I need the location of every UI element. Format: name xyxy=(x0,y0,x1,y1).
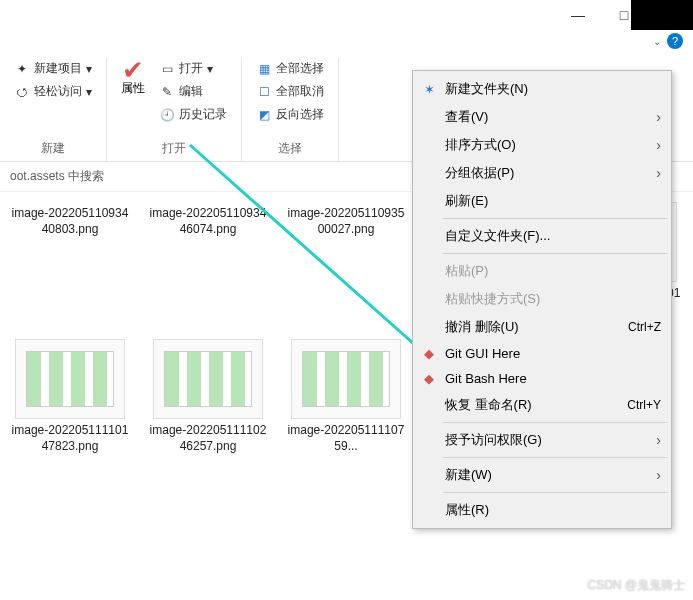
thumbnail xyxy=(153,339,263,419)
minimize-button[interactable]: — xyxy=(555,0,601,30)
ribbon-group-new: ✦新建项目 ▾ ⭯轻松访问 ▾ 新建 xyxy=(0,58,107,161)
history-icon: 🕘 xyxy=(159,107,175,123)
cm-paste-shortcut: 粘贴快捷方式(S) xyxy=(415,285,669,313)
chevron-right-icon: › xyxy=(656,137,661,153)
ribbon-group-label: 新建 xyxy=(10,136,96,161)
cm-sort[interactable]: 排序方式(O)› xyxy=(415,131,669,159)
cm-git-gui[interactable]: ◆Git GUI Here xyxy=(415,341,669,366)
select-all-button[interactable]: ▦全部选择 xyxy=(252,58,328,79)
select-none-button[interactable]: ☐全部取消 xyxy=(252,81,328,102)
easy-access-button[interactable]: ⭯轻松访问 ▾ xyxy=(10,81,96,102)
cm-redo-rename[interactable]: 恢复 重命名(R)Ctrl+Y xyxy=(415,391,669,419)
separator xyxy=(443,457,667,458)
access-icon: ⭯ xyxy=(14,84,30,100)
edit-button[interactable]: ✎编辑 xyxy=(155,81,231,102)
properties-button[interactable]: ✔ 属性 xyxy=(117,58,149,136)
ribbon-group-label: 打开 xyxy=(117,136,231,161)
chevron-right-icon: › xyxy=(656,165,661,181)
help-icon[interactable]: ? xyxy=(667,33,683,49)
invert-selection-button[interactable]: ◩反向选择 xyxy=(252,104,328,125)
watermark: CSDN @鬼鬼骑士 xyxy=(587,577,685,594)
cm-new-folder[interactable]: ✶新建文件夹(N) xyxy=(415,75,669,103)
file-item[interactable]: image-20220511110147823.png xyxy=(10,339,130,454)
cm-undo-delete[interactable]: 撤消 删除(U)Ctrl+Z xyxy=(415,313,669,341)
separator xyxy=(443,422,667,423)
chevron-right-icon: › xyxy=(656,432,661,448)
cm-properties[interactable]: 属性(R) xyxy=(415,496,669,524)
ribbon-group-label: 选择 xyxy=(252,136,328,161)
select-all-icon: ▦ xyxy=(256,61,272,77)
file-item[interactable]: image-20220511093500027.png xyxy=(286,202,406,317)
star-icon: ✶ xyxy=(421,81,437,97)
cm-new[interactable]: 新建(W)› xyxy=(415,461,669,489)
ribbon-help-row: ⌄ ? xyxy=(0,30,693,52)
ribbon-group-open: ✔ 属性 ▭打开 ▾ ✎编辑 🕘历史记录 打开 xyxy=(107,58,242,161)
file-item[interactable]: image-20220511110246257.png xyxy=(148,339,268,454)
open-button[interactable]: ▭打开 ▾ xyxy=(155,58,231,79)
thumbnail xyxy=(291,339,401,419)
chevron-right-icon: › xyxy=(656,467,661,483)
collapse-ribbon-icon[interactable]: ⌄ xyxy=(653,36,661,47)
ribbon-group-select: ▦全部选择 ☐全部取消 ◩反向选择 选择 xyxy=(242,58,339,161)
separator xyxy=(443,253,667,254)
check-icon: ✔ xyxy=(125,62,141,78)
invert-icon: ◩ xyxy=(256,107,272,123)
cm-grant-access[interactable]: 授予访问权限(G)› xyxy=(415,426,669,454)
open-icon: ▭ xyxy=(159,61,175,77)
cm-customize[interactable]: 自定义文件夹(F)... xyxy=(415,222,669,250)
cm-git-bash[interactable]: ◆Git Bash Here xyxy=(415,366,669,391)
file-item[interactable]: image-20220511093446074.png xyxy=(148,202,268,317)
thumbnail xyxy=(15,339,125,419)
select-none-icon: ☐ xyxy=(256,84,272,100)
chevron-right-icon: › xyxy=(656,109,661,125)
cm-paste: 粘贴(P) xyxy=(415,257,669,285)
new-item-button[interactable]: ✦新建项目 ▾ xyxy=(10,58,96,79)
file-item[interactable]: image-20220511093440803.png xyxy=(10,202,130,317)
separator xyxy=(443,218,667,219)
context-menu: ✶新建文件夹(N) 查看(V)› 排序方式(O)› 分组依据(P)› 刷新(E)… xyxy=(412,70,672,529)
separator xyxy=(443,492,667,493)
cm-view[interactable]: 查看(V)› xyxy=(415,103,669,131)
cm-refresh[interactable]: 刷新(E) xyxy=(415,187,669,215)
cm-group[interactable]: 分组依据(P)› xyxy=(415,159,669,187)
history-button[interactable]: 🕘历史记录 xyxy=(155,104,231,125)
window-titlebar: — □ ✕ xyxy=(0,0,693,30)
git-icon: ◆ xyxy=(421,371,437,387)
git-icon: ◆ xyxy=(421,346,437,362)
sparkle-icon: ✦ xyxy=(14,61,30,77)
edit-icon: ✎ xyxy=(159,84,175,100)
file-item[interactable]: image-20220511110759... xyxy=(286,339,406,454)
